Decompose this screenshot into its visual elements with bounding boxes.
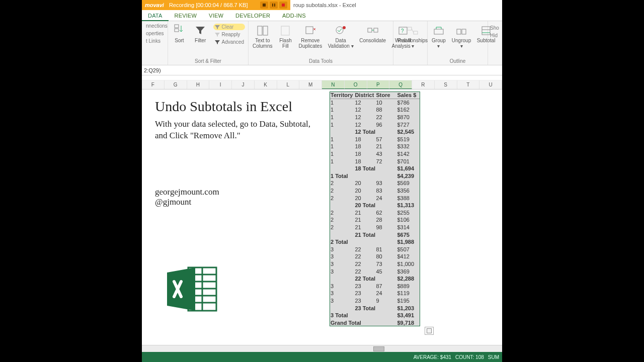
table-row[interactable]: Grand Total$9,718 (330, 319, 420, 326)
worksheet[interactable]: Undo Subtotals in Excel With your data s… (142, 84, 502, 349)
ribbon-group-sortfilter: Sort Filter Clear Reapply (168, 21, 249, 65)
show-detail-button[interactable]: Sho (489, 25, 500, 31)
formula-bar[interactable]: 2:Q29) (142, 65, 502, 75)
svg-rect-14 (434, 29, 443, 34)
clear-filter-button[interactable]: Clear (213, 24, 245, 30)
svg-point-7 (343, 26, 346, 29)
table-row[interactable]: 11857$519 (330, 136, 420, 143)
table-header[interactable]: Store (375, 92, 396, 99)
table-row[interactable]: 21 Total$675 (330, 231, 420, 238)
tab-review[interactable]: REVIEW (169, 10, 203, 21)
table-row[interactable]: 22024$388 (330, 194, 420, 202)
data-validation-button[interactable]: Data Validation ▾ (327, 23, 354, 50)
advanced-filter-button[interactable]: Advanced (213, 39, 245, 45)
window-title: roup subotals.xlsx - Excel (290, 2, 356, 8)
flash-fill-button[interactable]: Flash Fill (277, 23, 293, 50)
table-header[interactable]: District (354, 92, 375, 99)
table-row[interactable]: 23 Total$1,203 (330, 304, 420, 312)
svg-rect-9 (374, 28, 378, 32)
table-row[interactable]: 22198$314 (330, 224, 420, 231)
svg-rect-12 (408, 27, 412, 30)
tab-addins[interactable]: ADD-INS (276, 10, 312, 21)
table-row[interactable]: 11821$332 (330, 143, 420, 150)
table-row[interactable]: 3239$195 (330, 297, 420, 305)
table-row[interactable]: 22093$569 (330, 179, 420, 187)
funnel-clear-icon (214, 25, 220, 30)
connections-button[interactable]: nnections (145, 23, 169, 29)
table-row[interactable]: 32273$1,000 (330, 260, 420, 268)
relationships-icon (406, 24, 420, 38)
ungroup-button[interactable]: Ungroup ▾ (451, 23, 472, 50)
consolidate-button[interactable]: Consolidate (358, 23, 387, 44)
tab-view[interactable]: VIEW (203, 10, 229, 21)
scrollbar-thumb[interactable] (373, 346, 384, 351)
relationships-button[interactable]: Relationships (393, 21, 428, 65)
recorder-stop-button[interactable] (279, 2, 287, 9)
recorder-overlay: movavi Recording [00:00:04 / 868.7 KB] (142, 0, 290, 10)
ribbon-group-label: Sort & Filter (171, 58, 245, 65)
recorder-snapshot-button[interactable] (260, 2, 268, 9)
funnel-icon (193, 24, 207, 38)
svg-rect-4 (281, 26, 289, 35)
table-row[interactable]: 12 Total$2,545 (330, 128, 420, 136)
recorder-pause-button[interactable] (270, 2, 278, 9)
properties-button[interactable]: operties (145, 30, 169, 37)
filter-button[interactable]: Filter (192, 23, 209, 44)
table-row[interactable]: 22 Total$2,288 (330, 275, 420, 283)
edit-links-button[interactable]: t Links (145, 38, 169, 44)
svg-point-6 (336, 27, 343, 34)
table-row[interactable]: 11210$786 (330, 99, 420, 107)
table-row[interactable]: 3 Total$3,491 (330, 312, 420, 319)
formula-text: 2:Q29) (144, 67, 161, 73)
table-row[interactable]: 2 Total$1,988 (330, 238, 420, 246)
ungroup-icon (454, 24, 468, 38)
remove-duplicates-button[interactable]: Remove Duplicates (297, 23, 323, 50)
group-icon (432, 24, 446, 38)
table-row[interactable]: 11296$727 (330, 121, 420, 128)
table-row[interactable]: 32245$369 (330, 267, 420, 275)
table-header[interactable]: Territory (330, 92, 354, 99)
table-row[interactable]: 11288$162 (330, 106, 420, 114)
horizontal-scrollbar[interactable] (142, 345, 502, 352)
paste-options-button[interactable] (425, 327, 434, 335)
table-row[interactable]: 22083$356 (330, 187, 420, 195)
tab-developer[interactable]: DEVELOPER (229, 10, 276, 21)
table-row[interactable]: 22128$106 (330, 216, 420, 224)
status-sum: SUM (488, 354, 499, 360)
table-row[interactable]: 11872$701 (330, 157, 420, 165)
table-row[interactable]: 11222$870 (330, 114, 420, 121)
ribbon-group-connections: nnections operties t Links (142, 21, 168, 65)
table-row[interactable]: 32281$507 (330, 245, 420, 253)
title-bar: movavi Recording [00:00:04 / 868.7 KB] r… (142, 0, 502, 10)
svg-rect-15 (457, 29, 461, 34)
consolidate-icon (366, 24, 380, 38)
status-count: COUNT: 108 (455, 354, 484, 360)
tab-data[interactable]: DATA (142, 10, 169, 21)
table-row[interactable]: 18 Total$1,694 (330, 165, 420, 172)
data-validation-icon (334, 24, 348, 38)
status-bar: AVERAGE: $431 COUNT: 108 SUM (142, 352, 502, 362)
hide-detail-button[interactable]: Hid (489, 32, 500, 39)
table-row[interactable]: 32324$119 (330, 290, 420, 297)
text-to-columns-button[interactable]: Text to Columns (252, 23, 273, 50)
flash-fill-icon (278, 24, 292, 38)
group-button[interactable]: Group ▾ (431, 23, 447, 50)
recorder-status: Recording [00:00:04 / 868.7 KB] (169, 2, 248, 8)
table-header[interactable]: Sales $ (396, 92, 420, 99)
table-row[interactable]: 11843$142 (330, 150, 420, 158)
table-row[interactable]: 22162$255 (330, 209, 420, 217)
table-row[interactable]: 20 Total$1,313 (330, 202, 420, 209)
remove-duplicates-icon (303, 24, 317, 38)
ribbon-show-hide: Sho Hid (488, 21, 503, 65)
svg-rect-8 (368, 28, 372, 32)
funnel-advanced-icon (214, 40, 220, 45)
table-row[interactable]: 32280$412 (330, 253, 420, 260)
sort-button[interactable]: Sort (171, 23, 188, 44)
reapply-filter-button[interactable]: Reapply (213, 31, 245, 38)
text-to-columns-icon (256, 24, 270, 38)
table-row[interactable]: 32387$889 (330, 282, 420, 290)
data-table[interactable]: TerritoryDistrictStoreSales $11210$78611… (330, 92, 420, 326)
sort-az-icon (172, 24, 186, 38)
table-row[interactable]: 1 Total$4,239 (330, 172, 420, 180)
svg-rect-3 (263, 26, 268, 35)
